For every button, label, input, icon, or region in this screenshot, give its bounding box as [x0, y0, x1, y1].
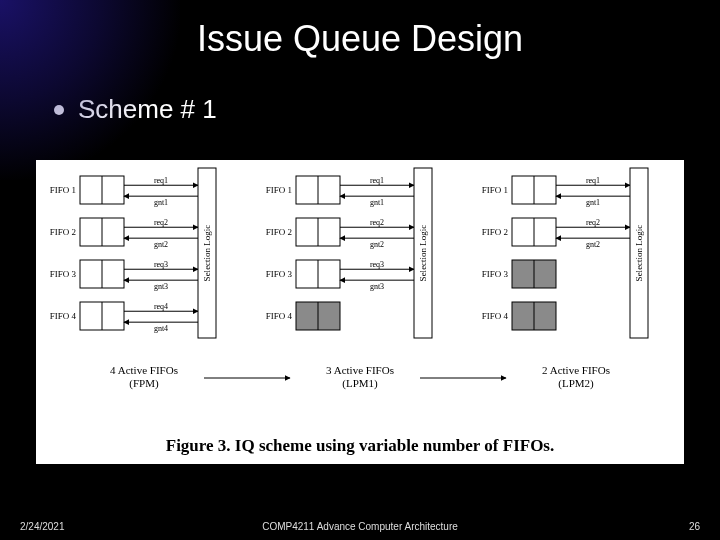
svg-text:req2: req2 — [370, 218, 384, 227]
svg-text:gnt3: gnt3 — [370, 282, 384, 291]
figure-svg: FIFO 1req1gnt1FIFO 2req2gnt2FIFO 3req3gn… — [36, 160, 684, 430]
slide: Issue Queue Design Scheme # 1 FIFO 1req1… — [0, 0, 720, 540]
svg-text:Selection Logic: Selection Logic — [202, 225, 212, 282]
svg-text:gnt2: gnt2 — [370, 240, 384, 249]
svg-text:(LPM2): (LPM2) — [558, 377, 594, 390]
svg-text:req3: req3 — [370, 260, 384, 269]
svg-text:FIFO 2: FIFO 2 — [50, 227, 76, 237]
slide-title: Issue Queue Design — [0, 0, 720, 60]
svg-text:FIFO 2: FIFO 2 — [266, 227, 292, 237]
svg-text:req4: req4 — [154, 302, 168, 311]
svg-text:4 Active FIFOs: 4 Active FIFOs — [110, 364, 178, 376]
svg-text:gnt3: gnt3 — [154, 282, 168, 291]
svg-text:FIFO 3: FIFO 3 — [266, 269, 293, 279]
svg-text:FIFO 1: FIFO 1 — [482, 185, 508, 195]
svg-text:FIFO 3: FIFO 3 — [482, 269, 509, 279]
bullet-icon — [54, 105, 64, 115]
footer-center: COMP4211 Advance Computer Architecture — [0, 521, 720, 532]
svg-text:Selection Logic: Selection Logic — [634, 225, 644, 282]
svg-text:3 Active FIFOs: 3 Active FIFOs — [326, 364, 394, 376]
svg-text:FIFO 4: FIFO 4 — [266, 311, 293, 321]
svg-text:gnt2: gnt2 — [586, 240, 600, 249]
svg-text:FIFO 4: FIFO 4 — [50, 311, 77, 321]
figure-caption: Figure 3. IQ scheme using variable numbe… — [36, 430, 684, 456]
footer: 2/24/2021 COMP4211 Advance Computer Arch… — [0, 521, 720, 532]
svg-text:FIFO 4: FIFO 4 — [482, 311, 509, 321]
svg-text:req2: req2 — [586, 218, 600, 227]
svg-text:FIFO 1: FIFO 1 — [50, 185, 76, 195]
svg-text:req2: req2 — [154, 218, 168, 227]
svg-text:gnt1: gnt1 — [586, 198, 600, 207]
svg-text:gnt2: gnt2 — [154, 240, 168, 249]
svg-text:req3: req3 — [154, 260, 168, 269]
svg-text:FIFO 3: FIFO 3 — [50, 269, 77, 279]
svg-text:gnt1: gnt1 — [370, 198, 384, 207]
svg-text:FIFO 2: FIFO 2 — [482, 227, 508, 237]
svg-text:(FPM): (FPM) — [129, 377, 159, 390]
svg-text:(LPM1): (LPM1) — [342, 377, 378, 390]
svg-text:FIFO 1: FIFO 1 — [266, 185, 292, 195]
svg-text:2 Active FIFOs: 2 Active FIFOs — [542, 364, 610, 376]
figure: FIFO 1req1gnt1FIFO 2req2gnt2FIFO 3req3gn… — [36, 160, 684, 464]
bullet-row: Scheme # 1 — [0, 60, 720, 125]
svg-text:Selection Logic: Selection Logic — [418, 225, 428, 282]
svg-text:gnt4: gnt4 — [154, 324, 168, 333]
bullet-text: Scheme # 1 — [78, 94, 217, 125]
svg-text:gnt1: gnt1 — [154, 198, 168, 207]
svg-text:req1: req1 — [586, 176, 600, 185]
svg-text:req1: req1 — [370, 176, 384, 185]
svg-text:req1: req1 — [154, 176, 168, 185]
